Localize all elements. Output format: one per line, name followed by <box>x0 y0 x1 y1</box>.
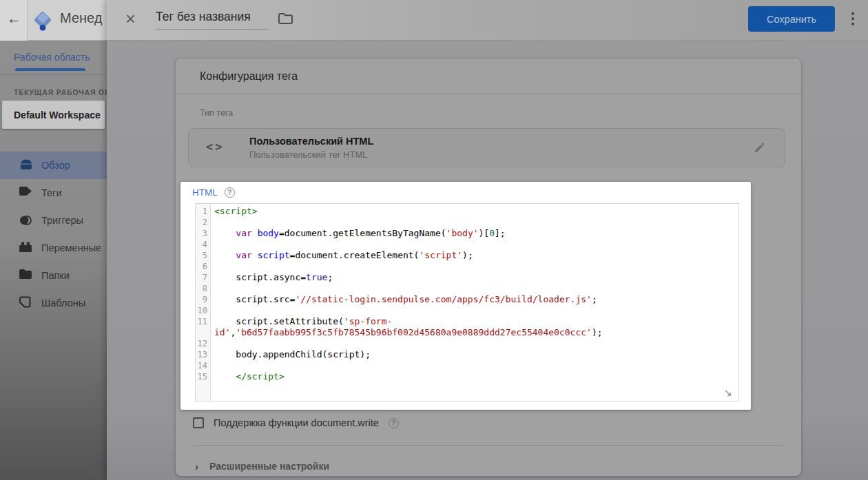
workspace-page: ← Менед Рабочая область ТЕКУЩАЯ РАБОЧАЯ … <box>0 0 107 480</box>
resize-handle-icon[interactable]: ↘ <box>723 386 732 399</box>
code-line <box>214 338 738 349</box>
sidebar-item-обзор[interactable]: Обзор <box>0 152 107 179</box>
sidebar-item-label: Обзор <box>41 160 70 171</box>
code-line <box>214 261 738 272</box>
code-line <box>214 283 738 294</box>
tag-type-label: Тип тега <box>200 108 233 118</box>
sidebar-item-теги[interactable]: Теги <box>0 179 107 207</box>
sidebar: Рабочая область ТЕКУЩАЯ РАБОЧАЯ ОБ Defau… <box>0 41 107 480</box>
docwrite-row: Поддержка функции document.write ? <box>193 417 399 428</box>
line-number <box>196 327 210 338</box>
code-icon: <> <box>206 140 224 154</box>
tab-underline <box>15 68 85 71</box>
code-line <box>214 305 738 316</box>
code-line <box>214 217 738 228</box>
line-number: 3 <box>196 228 210 239</box>
pencil-icon[interactable] <box>754 142 765 156</box>
workspace-selector[interactable]: Default Workspace <box>2 101 105 129</box>
advanced-divider <box>193 445 785 446</box>
line-number: 10 <box>196 305 210 316</box>
docwrite-checkbox[interactable] <box>193 417 204 428</box>
code-line: </script> <box>214 371 738 382</box>
base-topbar: ← Менед <box>0 0 107 41</box>
html-editor-highlight: HTML ? 123456789101112131415 <script> va… <box>180 182 751 410</box>
line-number: 9 <box>196 294 210 305</box>
sidebar-item-label: Переменные <box>41 242 101 253</box>
code-line: body.appendChild(script); <box>214 349 738 360</box>
code-line: script.setAttribute('sp-form- <box>214 316 738 327</box>
code-editor[interactable]: 123456789101112131415 <script> var body=… <box>195 203 739 401</box>
gtm-logo-icon <box>31 8 54 32</box>
html-field-header: HTML ? <box>192 187 235 198</box>
code-line: <script> <box>214 206 738 217</box>
sidebar-items: ОбзорТегиТриггерыПеременныеПапкиШаблоны <box>0 152 107 317</box>
close-icon[interactable]: × <box>125 9 136 29</box>
docwrite-help-icon[interactable]: ? <box>389 418 399 428</box>
chevron-right-icon: › <box>195 461 198 472</box>
sidebar-item-label: Теги <box>41 187 62 198</box>
line-number: 7 <box>196 272 210 283</box>
line-number: 12 <box>196 338 210 349</box>
line-number: 4 <box>196 239 210 250</box>
docwrite-label: Поддержка функции document.write <box>214 417 379 428</box>
sidebar-divider <box>0 74 107 75</box>
html-field-label: HTML <box>192 187 218 198</box>
templates-icon <box>19 296 34 310</box>
triggers-icon <box>19 213 34 227</box>
folders-icon <box>19 269 34 282</box>
tag-name-input[interactable]: Тег без названия <box>156 10 269 30</box>
html-help-icon[interactable]: ? <box>225 187 235 198</box>
code-line: id','b6d57faabb995f3c5fb78545b96bf002d45… <box>214 327 738 338</box>
app-title: Менед <box>60 10 102 26</box>
panel-title: Конфигурация тега <box>176 59 801 94</box>
tag-type-subtitle: Пользовательский тег HTML <box>249 149 367 160</box>
line-number: 5 <box>196 250 210 261</box>
overflow-menu-icon[interactable]: ⋮ <box>845 10 860 28</box>
variables-icon <box>19 241 34 255</box>
code-line <box>214 239 738 250</box>
line-number: 13 <box>196 349 210 360</box>
overview-icon <box>19 158 34 172</box>
tag-type-card[interactable]: <> Пользовательский HTML Пользовательски… <box>188 128 785 167</box>
code-gutter: 123456789101112131415 <box>196 204 211 401</box>
line-number: 8 <box>196 283 210 294</box>
sidebar-item-label: Папки <box>41 270 70 281</box>
advanced-settings-toggle[interactable]: › Расширенные настройки <box>195 458 329 474</box>
sidebar-item-папки[interactable]: Папки <box>0 262 107 289</box>
folder-icon[interactable] <box>278 12 293 28</box>
code-lines: <script> var body=document.getElementsBy… <box>211 204 738 401</box>
code-line: script.async=true; <box>214 272 738 283</box>
line-number: 6 <box>196 261 210 272</box>
back-button[interactable]: ← <box>7 10 21 27</box>
screen: ← Менед Рабочая область ТЕКУЩАЯ РАБОЧАЯ … <box>0 0 868 480</box>
sidebar-item-label: Шаблоны <box>41 298 85 309</box>
sidebar-item-label: Триггеры <box>41 215 83 226</box>
line-number: 15 <box>196 371 210 382</box>
line-number: 1 <box>196 206 210 217</box>
save-button[interactable]: Сохранить <box>748 6 835 32</box>
line-number: 2 <box>196 217 210 228</box>
code-line: var script=document.createElement('scrip… <box>214 250 738 261</box>
tag-type-title: Пользовательский HTML <box>249 136 373 147</box>
advanced-settings-label: Расширенные настройки <box>209 461 329 472</box>
dialog-header: × Тег без названия Сохранить ⋮ <box>107 0 868 41</box>
sidebar-item-шаблоны[interactable]: Шаблоны <box>0 289 107 317</box>
tab-workspace[interactable]: Рабочая область <box>14 52 90 63</box>
tags-icon <box>19 186 34 200</box>
current-workspace-label: ТЕКУЩАЯ РАБОЧАЯ ОБ <box>14 88 107 96</box>
code-line: script.src='//static-login.sendpulse.com… <box>214 294 738 305</box>
sidebar-item-триггеры[interactable]: Триггеры <box>0 207 107 234</box>
line-number: 11 <box>196 316 210 327</box>
code-line <box>214 360 738 371</box>
code-line: var body=document.getElementsByTagName('… <box>214 228 738 239</box>
line-number: 14 <box>196 360 210 371</box>
workspace-name: Default Workspace <box>14 109 101 121</box>
sidebar-item-переменные[interactable]: Переменные <box>0 234 107 262</box>
